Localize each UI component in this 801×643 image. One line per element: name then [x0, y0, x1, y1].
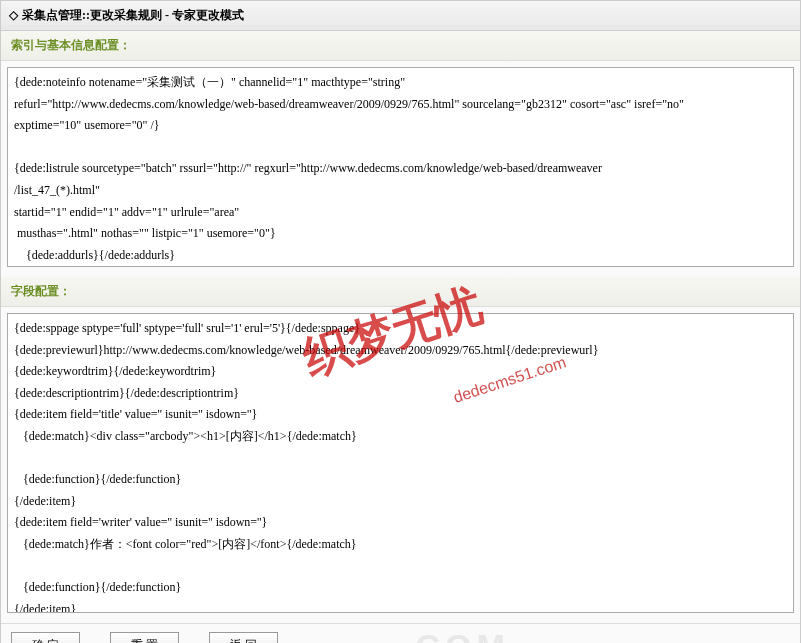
- index-config-textarea[interactable]: [7, 67, 794, 267]
- section1-title: 索引与基本信息配置：: [1, 31, 800, 61]
- ok-button[interactable]: 确 定: [11, 632, 80, 643]
- back-button[interactable]: 返 回: [209, 632, 278, 643]
- diamond-icon: ◇: [9, 8, 18, 23]
- section2-title: 字段配置：: [1, 277, 800, 307]
- section2-body: .COM: [1, 307, 800, 623]
- panel-header: ◇ 采集点管理::更改采集规则 - 专家更改模式: [1, 1, 800, 31]
- main-panel: ◇ 采集点管理::更改采集规则 - 专家更改模式 索引与基本信息配置： 字段配置…: [0, 0, 801, 643]
- header-title: 采集点管理::更改采集规则 - 专家更改模式: [22, 7, 244, 24]
- field-config-textarea[interactable]: [7, 313, 794, 613]
- button-bar: 确 定 重 置 返 回: [1, 623, 800, 643]
- reset-button[interactable]: 重 置: [110, 632, 179, 643]
- section1-body: [1, 61, 800, 277]
